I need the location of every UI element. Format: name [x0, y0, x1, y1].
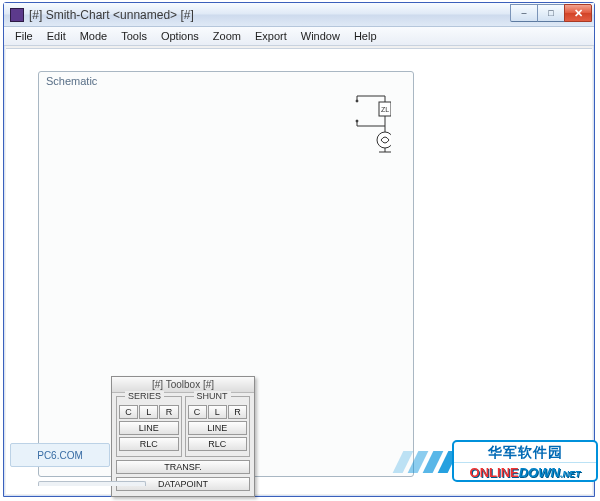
- shunt-l-button[interactable]: L: [208, 405, 227, 419]
- series-l-button[interactable]: L: [139, 405, 158, 419]
- menu-mode[interactable]: Mode: [73, 28, 115, 44]
- watermark-logo: 华军软件园 ONLINEDOWN.NET: [452, 440, 598, 482]
- schematic-panel[interactable]: Schematic: [38, 71, 414, 477]
- close-button[interactable]: ✕: [564, 4, 592, 22]
- menu-zoom[interactable]: Zoom: [206, 28, 248, 44]
- watermark-left: PC6.COM: [10, 443, 110, 467]
- client-area: Schematic: [6, 48, 592, 494]
- shunt-r-button[interactable]: R: [228, 405, 247, 419]
- window-title: [#] Smith-Chart <unnamed> [#]: [29, 8, 194, 22]
- watermark-cn-text: 华军软件园: [454, 442, 596, 463]
- load-impedance-label: ZL: [381, 106, 389, 113]
- shunt-line-button[interactable]: LINE: [188, 421, 248, 435]
- menu-options[interactable]: Options: [154, 28, 206, 44]
- series-r-button[interactable]: R: [159, 405, 178, 419]
- watermark-en-text: ONLINEDOWN.NET: [454, 463, 596, 482]
- menu-bar: File Edit Mode Tools Options Zoom Export…: [4, 27, 594, 46]
- series-c-button[interactable]: C: [119, 405, 138, 419]
- series-label: SERIES: [125, 391, 164, 401]
- schematic-title: Schematic: [46, 75, 97, 87]
- shunt-label: SHUNT: [194, 391, 231, 401]
- window-controls: – □ ✕: [511, 4, 592, 22]
- shunt-c-button[interactable]: C: [188, 405, 207, 419]
- minimize-button[interactable]: –: [510, 4, 538, 22]
- transf-button[interactable]: TRANSF.: [116, 460, 250, 474]
- maximize-button[interactable]: □: [537, 4, 565, 22]
- menu-window[interactable]: Window: [294, 28, 347, 44]
- schematic-circuit: ZL: [351, 92, 391, 156]
- svg-point-8: [356, 120, 358, 122]
- series-line-button[interactable]: LINE: [119, 421, 179, 435]
- menu-tools[interactable]: Tools: [114, 28, 154, 44]
- menu-help[interactable]: Help: [347, 28, 384, 44]
- menu-export[interactable]: Export: [248, 28, 294, 44]
- menu-edit[interactable]: Edit: [40, 28, 73, 44]
- series-rlc-button[interactable]: RLC: [119, 437, 179, 451]
- shunt-group: SHUNT C L R LINE RLC: [185, 396, 251, 457]
- menu-file[interactable]: File: [8, 28, 40, 44]
- titlebar[interactable]: [#] Smith-Chart <unnamed> [#] – □ ✕: [4, 3, 594, 27]
- app-icon: [10, 8, 24, 22]
- shunt-rlc-button[interactable]: RLC: [188, 437, 248, 451]
- svg-point-6: [356, 100, 358, 102]
- app-window: [#] Smith-Chart <unnamed> [#] – □ ✕ File…: [3, 2, 595, 497]
- series-group: SERIES C L R LINE RLC: [116, 396, 182, 457]
- toolbox-window[interactable]: [#] Toolbox [#] SERIES C L R LINE RLC: [111, 376, 255, 497]
- bottom-tab[interactable]: [38, 481, 146, 486]
- watermark-right: 华军软件园 ONLINEDOWN.NET: [424, 437, 600, 485]
